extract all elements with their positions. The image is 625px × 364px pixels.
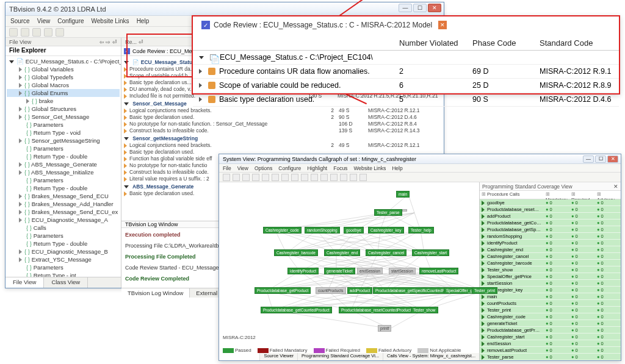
graph-node[interactable]: Tester_print: [472, 287, 497, 294]
tree-item[interactable]: { } Sensor_getMessageString: [7, 137, 120, 145]
coverage-row[interactable]: Productdatabase_getSpecificCountedProduc…: [480, 226, 621, 233]
tree-item[interactable]: { } Parameters: [7, 176, 120, 184]
coverage-row[interactable]: Productdatabase_getProduct● 0● 0● 0: [480, 327, 621, 334]
coverage-row[interactable]: removeLastProduct● 0● 0● 0: [480, 347, 621, 354]
coverage-row[interactable]: startSession● 0● 0● 0: [480, 280, 621, 287]
graph-node[interactable]: Productdatabase_resetCountedProducts: [339, 307, 415, 313]
tb-btn[interactable]: [223, 174, 230, 181]
minimize-button[interactable]: —: [399, 4, 412, 12]
tree-item[interactable]: { } Global Variables: [7, 65, 120, 73]
tree-item[interactable]: { } Calls: [7, 224, 120, 232]
graph-node[interactable]: Productdatabase_getProduct: [255, 287, 311, 294]
tree-item[interactable]: { } ABS_Message_Generate: [7, 160, 120, 168]
graph-min-button[interactable]: —: [583, 155, 594, 163]
tab-class-view[interactable]: Class View: [44, 277, 88, 288]
tb-btn[interactable]: [320, 174, 328, 181]
graph-node[interactable]: endSession: [357, 268, 383, 274]
g-menu-help[interactable]: Help: [392, 165, 402, 171]
graph-node[interactable]: Cashregister_end: [324, 249, 360, 256]
coverage-row[interactable]: countProducts● 0● 0● 0: [480, 300, 621, 307]
tree-item[interactable]: { } Return Type - double: [7, 240, 120, 248]
tree-item[interactable]: { } brake: [7, 97, 120, 105]
menu-view[interactable]: View: [37, 18, 51, 24]
coverage-row[interactable]: Productdatabase_resetCountedProducts● 0●…: [480, 206, 621, 213]
graph-node[interactable]: startSession: [389, 268, 416, 274]
coverage-row[interactable]: endSession● 0● 0● 0: [480, 340, 621, 347]
tree-item[interactable]: { } Brakes_Message_Add_Handler: [7, 200, 120, 208]
coverage-row[interactable]: Cashregister_cancel● 0● 0● 0: [480, 253, 621, 260]
graph-node[interactable]: Tester_help: [408, 227, 434, 234]
tree-item[interactable]: { } Parameters: [7, 232, 120, 240]
graph-node[interactable]: Tester_parse: [374, 209, 402, 216]
graph-node[interactable]: [402, 209, 407, 212]
graph-canvas[interactable]: MISRA-C:2012 PassedFailed MandatoryFaile…: [219, 182, 479, 360]
tb-btn[interactable]: [311, 174, 318, 181]
zoom-row[interactable]: Basic type declaration used.: [193, 93, 393, 107]
tree-item[interactable]: { } Global Enums: [7, 89, 120, 97]
tb-btn[interactable]: [21, 28, 29, 37]
coverage-row[interactable]: goodbye● 0● 0● 0: [480, 199, 621, 206]
tree-item[interactable]: { } Sensor_Get_Message: [7, 113, 120, 121]
coverage-row[interactable]: Tester_show● 0● 0● 0: [480, 266, 621, 273]
review-row[interactable]: Construct leads to infeasible code.139 S…: [124, 127, 441, 134]
g-menu-highlight[interactable]: Highlight: [307, 165, 327, 171]
graph-node[interactable]: goodbye: [344, 227, 364, 234]
graph-node[interactable]: removeLastProduct: [419, 268, 458, 274]
tree-item[interactable]: { } Return Type - double: [7, 184, 120, 192]
graph-close-button[interactable]: ✕: [607, 155, 618, 163]
close-button[interactable]: ✕: [428, 4, 441, 12]
menu-configure[interactable]: Configure: [57, 18, 84, 24]
graph-node[interactable]: printf: [378, 325, 391, 332]
tree-item[interactable]: { } Global Structures: [7, 105, 120, 113]
tb-btn[interactable]: [56, 28, 64, 37]
coverage-body[interactable]: goodbye● 0● 0● 0Productdatabase_resetCou…: [480, 199, 621, 360]
log-tab-1[interactable]: TBvision Log Window: [121, 288, 190, 298]
menu-help[interactable]: Help: [137, 18, 150, 24]
zoom-row[interactable]: Procedure contains UR data flow anomalie…: [193, 65, 393, 79]
tree-item[interactable]: { } Parameters: [7, 121, 120, 129]
graph-node[interactable]: Cashregister_start: [412, 249, 449, 256]
tb-btn[interactable]: [350, 174, 357, 181]
graph-node[interactable]: main: [396, 191, 410, 198]
g-menu-file[interactable]: File: [223, 165, 231, 171]
tree-item[interactable]: { } Return Type - int: [7, 271, 120, 277]
tb-btn[interactable]: [272, 174, 279, 181]
graph-node[interactable]: Cashregister_code: [263, 227, 302, 234]
coverage-row[interactable]: identifyProduct● 0● 0● 0: [480, 240, 621, 246]
tb-btn[interactable]: [301, 174, 308, 181]
coverage-row[interactable]: Cashregister_code● 0● 0● 0: [480, 313, 621, 320]
tree-item[interactable]: { } Return Type - void: [7, 129, 120, 137]
coverage-row[interactable]: randomShopping● 0● 0● 0: [480, 233, 621, 240]
g-menu-view[interactable]: View: [237, 165, 248, 171]
menu-website[interactable]: Website Links: [92, 18, 129, 24]
coverage-row[interactable]: Cashregister_key● 0● 0● 0: [480, 287, 621, 293]
graph-node[interactable]: addProduct: [347, 287, 372, 294]
coverage-row[interactable]: Cashregister_barcode● 0● 0● 0: [480, 260, 621, 266]
tb-btn[interactable]: [44, 28, 52, 37]
panel-nav-icons[interactable]: ⇦ ⇨ ⏎: [99, 39, 117, 45]
tree-item[interactable]: { } ECU_Diagnostic_Message_A: [7, 216, 120, 224]
zoom-row[interactable]: Scope of variable could be reduced.: [193, 79, 393, 93]
panel-close-icon[interactable]: ✕: [613, 184, 618, 190]
tree-item[interactable]: { } ECU_Diagnostic_Message_B: [7, 248, 120, 255]
g-menu-configure[interactable]: Configure: [278, 165, 301, 171]
tb-btn[interactable]: [262, 174, 269, 181]
coverage-row[interactable]: Tester_parse● 0● 0● 0: [480, 354, 621, 360]
tree-item[interactable]: { } Return Type - double: [7, 152, 120, 160]
coverage-row[interactable]: main● 0● 0● 0: [480, 293, 621, 300]
tree-item[interactable]: { } Extract_YSC_Message: [7, 255, 120, 263]
tree-item[interactable]: { } Parameters: [7, 263, 120, 271]
tb-btn[interactable]: [359, 174, 367, 181]
review-row[interactable]: Logical conjunctions need brackets.249 S…: [124, 142, 441, 149]
g-menu-focus[interactable]: Focus: [333, 165, 347, 171]
tb-btn[interactable]: [281, 174, 289, 181]
review-row[interactable]: Logical conjunctions need brackets.249 S…: [124, 107, 441, 114]
graph-node[interactable]: Cashregister_key: [368, 227, 404, 234]
graph-node[interactable]: Cashregister_barcode: [274, 249, 318, 256]
tb-btn[interactable]: [32, 28, 41, 37]
coverage-row[interactable]: Productdatabase_getCountedProduct● 0● 0●…: [480, 219, 621, 226]
graph-node[interactable]: Productdatabase_getCountedProduct: [261, 307, 332, 313]
coverage-row[interactable]: SpecialOffer_getPrice● 0● 0● 0: [480, 273, 621, 280]
graph-max-button[interactable]: ☐: [595, 155, 606, 163]
tb-btn[interactable]: [9, 28, 18, 37]
